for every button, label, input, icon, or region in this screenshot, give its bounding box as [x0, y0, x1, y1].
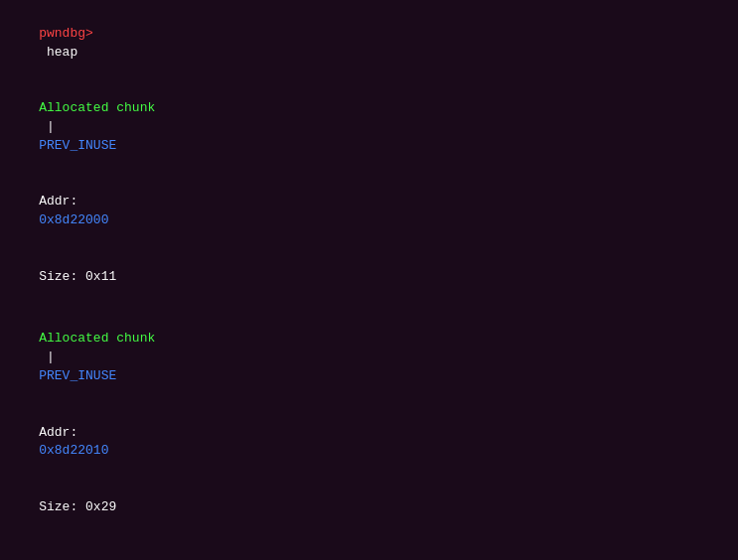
line-alloc1-size: Size: 0x11	[8, 249, 730, 306]
alloc2-pipe: |	[39, 350, 62, 364]
alloc2-label-text: Allocated chunk	[39, 331, 155, 346]
alloc2-size-text: Size: 0x29	[39, 499, 116, 514]
alloc1-label-text: Allocated chunk	[39, 100, 155, 115]
cmd-heap-text: heap	[39, 45, 77, 60]
alloc1-addr-value: 0x8d22000	[39, 212, 108, 227]
alloc1-pipe: |	[39, 119, 62, 134]
line-alloc2-label: Allocated chunk | PREV_INUSE	[8, 312, 730, 405]
alloc2-addr-value: 0x8d22010	[39, 443, 108, 458]
alloc1-addr-label: Addr:	[39, 194, 85, 209]
line-alloc2-addr: Addr: 0x8d22010	[8, 405, 730, 480]
terminal: pwndbg> heap Allocated chunk | PREV_INUS…	[8, 6, 730, 560]
line-alloc1-addr: Addr: 0x8d22000	[8, 175, 730, 249]
line-alloc1-label: Allocated chunk | PREV_INUSE	[8, 80, 730, 174]
alloc2-flag: PREV_INUSE	[39, 368, 116, 383]
alloc1-flag: PREV_INUSE	[39, 138, 116, 153]
prompt-1: pwndbg>	[39, 26, 93, 41]
alloc1-size-text: Size: 0x11	[39, 269, 116, 284]
line-alloc2-size: Size: 0x29	[8, 480, 730, 536]
line-top-label: Top chunk | PREV_INUSE	[8, 542, 730, 560]
line-cmd-heap: pwndbg> heap	[8, 6, 730, 80]
alloc2-addr-label: Addr:	[39, 425, 85, 440]
